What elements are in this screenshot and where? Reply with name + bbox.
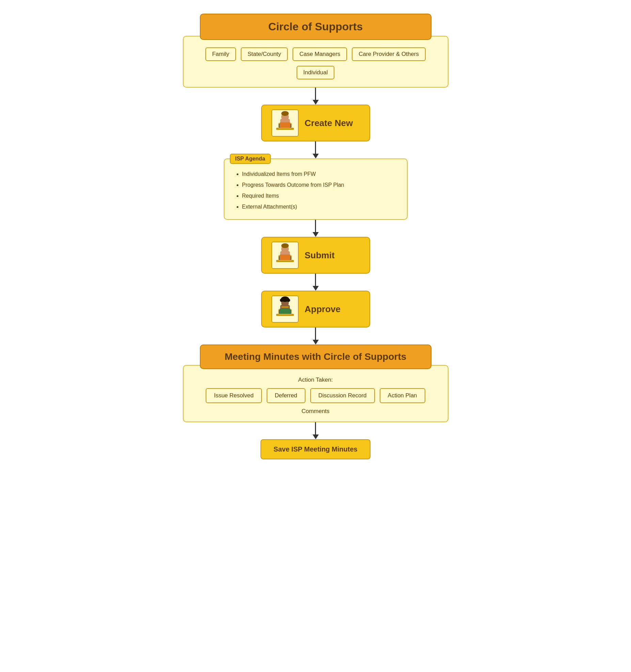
submit-label: Submit — [305, 250, 335, 261]
meeting-minutes-box: Action Taken: Issue Resolved Deferred Di… — [183, 365, 448, 422]
isp-agenda-item-2: Required Items — [242, 190, 397, 201]
action-tag-issue-resolved[interactable]: Issue Resolved — [206, 388, 262, 403]
member-tag-individual[interactable]: Individual — [297, 66, 335, 79]
approve-label: Approve — [305, 304, 341, 315]
person-illustration-approve — [271, 295, 299, 323]
header-title: Circle of Supports — [268, 20, 363, 33]
arrow-line — [315, 88, 316, 100]
action-tag-action-plan[interactable]: Action Plan — [380, 388, 425, 403]
arrow-line — [315, 327, 316, 340]
arrow-to-approve — [313, 274, 319, 291]
create-new-box[interactable]: Create New — [261, 105, 370, 141]
diagram-container: Circle of Supports Family State/County C… — [176, 14, 455, 459]
comments-label: Comments — [301, 408, 329, 415]
action-tag-discussion-record[interactable]: Discussion Record — [310, 388, 375, 403]
isp-agenda-item-3: External Attachment(s) — [242, 201, 397, 212]
svg-rect-5 — [280, 122, 290, 128]
person-illustration-create — [271, 109, 299, 137]
meeting-minutes-header: Meeting Minutes with Circle of Supports — [200, 345, 431, 369]
arrow-head — [313, 340, 319, 345]
arrow-line — [315, 220, 316, 232]
arrow-head — [313, 100, 319, 105]
arrow-line — [315, 274, 316, 286]
svg-point-7 — [281, 111, 289, 116]
meeting-minutes-title: Meeting Minutes with Circle of Supports — [225, 351, 407, 362]
svg-point-15 — [281, 243, 289, 248]
action-tags-row: Issue Resolved Deferred Discussion Recor… — [206, 388, 425, 403]
isp-agenda-item-0: Individualized Items from PFW — [242, 169, 397, 180]
arrow-line — [315, 422, 316, 434]
arrow-to-submit — [313, 220, 319, 237]
isp-agenda-tag: ISP Agenda — [230, 154, 271, 164]
submit-box[interactable]: Submit — [261, 237, 370, 274]
member-tag-state-county[interactable]: State/County — [241, 47, 288, 61]
svg-point-24 — [280, 299, 283, 302]
arrow-line — [315, 141, 316, 154]
create-new-label: Create New — [305, 118, 353, 128]
member-tag-case-managers[interactable]: Case Managers — [293, 47, 347, 61]
arrow-to-create-new — [313, 88, 319, 105]
isp-agenda-item-1: Progress Towards Outcome from ISP Plan — [242, 180, 397, 190]
isp-agenda-list: Individualized Items from PFW Progress T… — [234, 169, 397, 212]
action-tag-deferred[interactable]: Deferred — [267, 388, 305, 403]
member-tag-care-provider[interactable]: Care Provider & Others — [352, 47, 426, 61]
person-illustration-submit — [271, 242, 299, 269]
action-taken-label: Action Taken: — [298, 377, 333, 383]
arrow-head — [313, 232, 319, 237]
svg-rect-13 — [280, 255, 290, 260]
isp-agenda-wrapper: ISP Agenda Individualized Items from PFW… — [224, 158, 408, 220]
isp-agenda-content: Individualized Items from PFW Progress T… — [224, 158, 408, 220]
arrow-to-meeting-minutes — [313, 327, 319, 345]
arrow-to-isp-agenda — [313, 141, 319, 158]
member-tag-family[interactable]: Family — [205, 47, 236, 61]
svg-rect-26 — [281, 306, 289, 308]
save-isp-meeting-minutes-button[interactable]: Save ISP Meeting Minutes — [261, 439, 370, 459]
approve-box[interactable]: Approve — [261, 291, 370, 327]
arrow-head — [313, 154, 319, 158]
create-new-person-svg — [272, 110, 298, 136]
members-box: Family State/County Case Managers Care P… — [183, 36, 448, 88]
submit-person-svg — [272, 242, 298, 268]
circle-of-supports-header: Circle of Supports — [200, 14, 431, 40]
arrow-head — [313, 286, 319, 291]
svg-point-25 — [287, 299, 290, 302]
arrow-head — [313, 434, 319, 439]
arrow-to-save — [313, 422, 319, 439]
approve-person-svg — [272, 296, 298, 322]
svg-rect-21 — [280, 308, 290, 314]
